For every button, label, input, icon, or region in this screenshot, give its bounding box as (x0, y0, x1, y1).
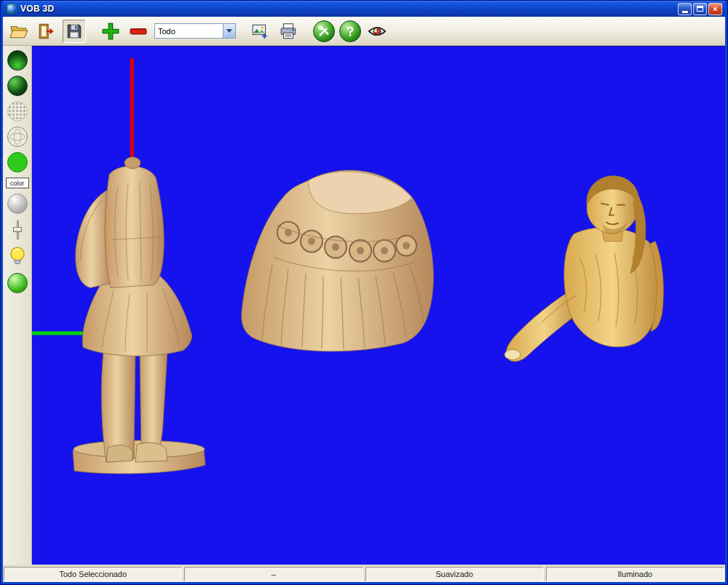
light-bulb-icon[interactable] (8, 246, 27, 268)
restore-button[interactable] (693, 3, 707, 15)
add-button[interactable] (99, 20, 122, 43)
restore-icon (697, 6, 703, 12)
close-icon: × (713, 4, 717, 13)
flat-color-button[interactable] (7, 152, 28, 172)
chevron-down-icon (226, 29, 232, 33)
points-view-button[interactable] (7, 101, 28, 122)
app-icon (7, 4, 17, 14)
eye-icon (368, 22, 387, 41)
image-export-icon (251, 22, 270, 41)
color-button[interactable]: color (6, 178, 29, 188)
minimize-button[interactable] (678, 3, 692, 15)
selection-dropdown[interactable]: Todo (154, 23, 236, 39)
model-bust-with-arm[interactable] (505, 176, 663, 362)
status-placeholder: -- (184, 567, 363, 581)
remove-button[interactable] (127, 20, 150, 43)
app-window: VOB 3D × (0, 0, 728, 585)
wireframe-view-button[interactable] (7, 127, 28, 147)
exit-door-icon (37, 22, 56, 41)
help-icon (344, 25, 357, 38)
color-button-label: color (10, 180, 25, 187)
smooth-shaded-view-button[interactable] (7, 76, 28, 96)
shade-slider[interactable] (12, 219, 23, 241)
slider-thumb[interactable] (13, 227, 22, 232)
statusbar: Todo Seleccionado -- Suavizado Iluminado (3, 565, 725, 582)
save-button[interactable] (63, 20, 86, 43)
viewport-canvas (32, 47, 725, 565)
folder-open-icon (9, 22, 28, 41)
floppy-disk-icon (65, 22, 84, 41)
minimize-icon (682, 11, 688, 13)
toolbar: Todo (3, 17, 725, 46)
model-drapery-fragment[interactable] (242, 170, 434, 351)
plus-icon (101, 22, 120, 41)
help-button[interactable] (339, 20, 361, 42)
model-headless-statue[interactable] (73, 157, 205, 474)
tools-button[interactable] (313, 20, 335, 42)
sidebar: color (3, 46, 32, 565)
material-sphere-button[interactable] (7, 194, 28, 214)
minus-icon (129, 22, 148, 41)
dropdown-button[interactable] (223, 24, 235, 38)
printer-icon (279, 22, 298, 41)
window-title: VOB 3D (20, 4, 678, 14)
close-button[interactable]: × (708, 3, 722, 15)
view-button[interactable] (365, 20, 389, 43)
status-lighting-mode: Iluminado (546, 567, 724, 581)
open-button[interactable] (7, 20, 31, 43)
status-selection: Todo Seleccionado (4, 567, 182, 581)
selection-dropdown-value: Todo (155, 27, 223, 36)
exit-button[interactable] (35, 20, 58, 43)
axis-line-horizontal (32, 331, 89, 335)
snapshot-button[interactable] (249, 20, 272, 43)
viewport-3d[interactable] (32, 46, 725, 565)
wrench-icon (317, 25, 331, 38)
titlebar[interactable]: VOB 3D × (3, 1, 725, 17)
status-shading-mode: Suavizado (365, 567, 544, 581)
lighting-sphere-button[interactable] (7, 273, 28, 293)
print-button[interactable] (277, 20, 300, 43)
shaded-view-button[interactable] (7, 50, 28, 71)
